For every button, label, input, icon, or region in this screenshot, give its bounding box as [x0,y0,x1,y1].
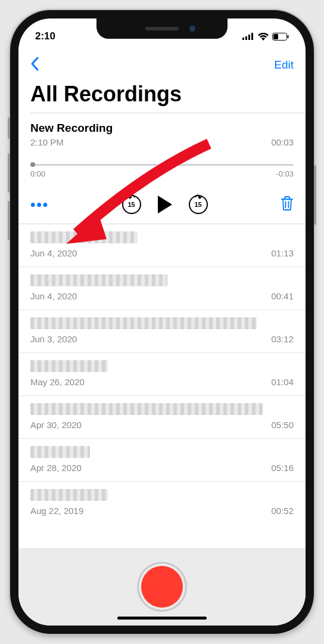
row-duration: 05:16 [271,463,294,473]
recording-name[interactable]: New Recording [30,122,294,135]
svg-rect-0 [242,38,244,40]
chevron-left-icon [30,57,39,71]
row-date: Apr 28, 2020 [30,463,82,473]
row-date: May 26, 2020 [30,377,85,387]
row-date: Jun 4, 2020 [30,248,77,258]
list-item[interactable]: Jun 4, 202000:41 [18,267,306,310]
svg-rect-2 [248,35,250,40]
page-title: All Recordings [18,78,306,113]
battery-icon [272,33,289,41]
playback-scrubber[interactable]: 0:00 -0:03 [30,164,294,178]
side-button-silent [8,117,10,139]
row-date: Jun 3, 2020 [30,334,77,344]
scrubber-thumb[interactable] [30,162,35,167]
blurred-title [30,446,90,458]
home-indicator[interactable] [117,617,207,620]
back-button[interactable] [30,57,39,73]
blurred-title [30,489,108,501]
more-options-button[interactable]: ••• [30,196,49,213]
list-item[interactable]: Jun 4, 202001:13 [18,224,306,267]
svg-rect-5 [273,34,278,39]
blurred-title [30,274,167,286]
status-time: 2:10 [35,30,55,42]
list-item[interactable]: Jun 3, 202003:12 [18,310,306,353]
redo-arrow-icon: ↷ [195,193,202,202]
scrub-time-left: 0:00 [30,169,45,178]
svg-rect-6 [288,35,289,38]
status-icons [242,33,289,41]
row-duration: 00:41 [271,291,294,301]
side-button-volume-down [8,201,10,240]
screen: 2:10 Edit All Recordings New Recording 2… [18,18,306,626]
record-button[interactable] [141,566,183,608]
list-item[interactable]: May 26, 202001:04 [18,353,306,396]
list-item[interactable]: Apr 28, 202005:16 [18,439,306,482]
blurred-title [30,231,138,243]
playback-controls: ••• ↶ 15 ↷ 15 [30,195,294,214]
front-camera [189,26,195,32]
phone-frame: 2:10 Edit All Recordings New Recording 2… [10,10,314,634]
side-button-power [314,165,316,225]
row-date: Apr 30, 2020 [30,420,82,430]
recording-timestamp: 2:10 PM [30,137,64,147]
recording-duration: 00:03 [271,137,294,147]
row-duration: 01:04 [271,377,294,387]
blurred-title [30,403,263,415]
scrub-time-right: -0:03 [276,169,294,178]
delete-button[interactable] [281,196,294,213]
undo-arrow-icon: ↶ [128,193,135,202]
trash-icon [281,196,294,211]
cellular-icon [242,33,254,40]
blurred-title [30,360,108,372]
row-date: Jun 4, 2020 [30,291,77,301]
wifi-icon [258,33,269,41]
skip-forward-15-button[interactable]: ↷ 15 [189,195,208,214]
row-duration: 05:50 [271,420,294,430]
list-item[interactable]: Apr 30, 202005:50 [18,396,306,439]
recordings-list[interactable]: Jun 4, 202001:13 Jun 4, 202000:41 Jun 3,… [18,224,306,518]
speaker-grille [145,27,179,30]
record-toolbar [18,548,306,626]
svg-rect-3 [251,33,253,40]
edit-button[interactable]: Edit [274,58,294,72]
list-item[interactable]: Aug 22, 201900:52 [18,482,306,518]
skip-back-15-button[interactable]: ↶ 15 [122,195,141,214]
scrubber-track [30,164,294,166]
side-button-volume-up [8,153,10,193]
blurred-title [30,317,257,329]
play-button[interactable] [158,196,172,213]
notch [96,18,228,39]
row-duration: 01:13 [271,248,294,258]
row-duration: 03:12 [271,334,294,344]
row-duration: 00:52 [271,506,294,516]
row-date: Aug 22, 2019 [30,506,83,516]
expanded-recording[interactable]: New Recording 2:10 PM 00:03 0:00 -0:03 •… [18,113,306,224]
nav-bar: Edit [18,47,306,78]
svg-rect-1 [245,36,247,40]
